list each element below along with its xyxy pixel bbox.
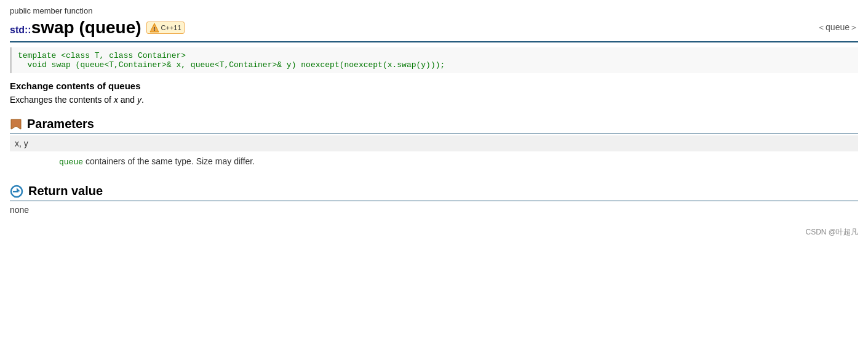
section-heading: Exchange contents of queues [10, 81, 858, 91]
desc-prefix: Exchanges the contents of [10, 95, 114, 105]
params-divider [10, 134, 858, 134]
public-member-label: public member function [10, 6, 858, 15]
svg-text:!: ! [153, 26, 155, 32]
title-left: std::swap (queue) ! C++11 [10, 18, 185, 38]
warning-icon: ! [149, 23, 159, 33]
desc-y: y [137, 95, 141, 105]
desc-x: x [114, 95, 118, 105]
params-section-header: Parameters [10, 117, 858, 131]
param-description: containers of the same type. Size may di… [83, 156, 255, 166]
return-section-header: Return value [10, 184, 858, 198]
description-text: Exchanges the contents of x and y. [10, 95, 858, 105]
code-block: template <class T, class Container> void… [10, 47, 858, 73]
return-title: Return value [28, 184, 103, 198]
param-names: x, y [15, 138, 28, 148]
param-row-xy: x, y [10, 135, 858, 151]
title-divider [10, 41, 858, 42]
cpp-version-label: C++11 [161, 24, 181, 31]
desc-and: and [118, 95, 137, 105]
svg-rect-5 [13, 191, 18, 193]
footer-credit: CSDN @叶超凡 [10, 227, 858, 238]
title-row: std::swap (queue) ! C++11 ＜queue＞ [10, 18, 858, 38]
param-type: queue [59, 158, 83, 167]
namespace: std:: [10, 25, 31, 35]
cpp-badge: ! C++11 [146, 22, 185, 34]
function-title: std::swap (queue) [10, 18, 141, 38]
params-icon [10, 118, 22, 130]
svg-marker-2 [11, 119, 21, 129]
return-divider [10, 201, 858, 201]
params-title: Parameters [27, 117, 94, 131]
desc-period: . [141, 95, 144, 105]
nav-queue[interactable]: ＜queue＞ [817, 22, 858, 33]
return-value: none [10, 205, 858, 215]
param-desc-row: queue containers of the same type. Size … [10, 151, 858, 172]
return-icon [10, 185, 23, 198]
